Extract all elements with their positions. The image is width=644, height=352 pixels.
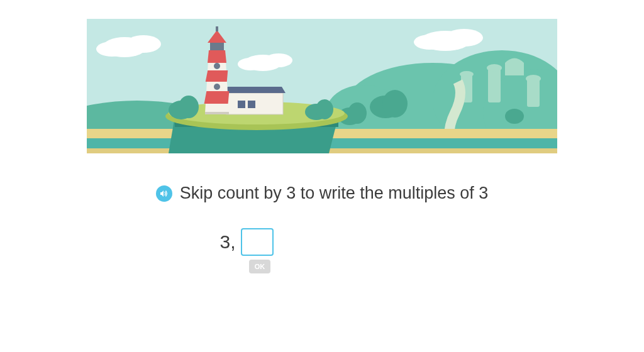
svg-point-32 <box>179 96 199 118</box>
landscape-svg <box>87 19 557 153</box>
svg-point-2 <box>126 35 161 53</box>
svg-point-3 <box>96 41 128 57</box>
ok-button[interactable]: OK <box>249 260 270 273</box>
svg-point-17 <box>460 71 474 77</box>
question-row: Skip count by 3 to write the multiples o… <box>87 184 557 203</box>
svg-rect-18 <box>527 79 540 107</box>
question-area: Skip count by 3 to write the multiples o… <box>87 184 557 273</box>
svg-point-15 <box>487 64 502 72</box>
question-text: Skip count by 3 to write the multiples o… <box>180 184 489 203</box>
svg-point-5 <box>265 53 292 67</box>
svg-rect-14 <box>488 68 501 102</box>
answer-input[interactable] <box>241 228 274 256</box>
svg-point-34 <box>316 99 333 119</box>
svg-point-9 <box>414 35 445 50</box>
illustration-scene <box>87 19 557 153</box>
svg-rect-42 <box>216 26 218 31</box>
svg-point-21 <box>382 90 408 118</box>
svg-point-24 <box>505 109 524 124</box>
given-number: 3, <box>219 231 235 253</box>
svg-rect-41 <box>210 43 224 50</box>
speaker-icon <box>159 189 169 199</box>
audio-button[interactable] <box>156 185 172 202</box>
svg-point-40 <box>214 84 220 90</box>
svg-point-19 <box>526 75 541 82</box>
svg-point-8 <box>445 29 483 47</box>
svg-point-23 <box>348 102 367 124</box>
svg-point-39 <box>214 63 220 69</box>
svg-rect-37 <box>238 101 245 108</box>
answer-row: 3, <box>219 228 273 256</box>
svg-point-6 <box>238 58 263 70</box>
svg-rect-38 <box>248 101 255 108</box>
answer-area: 3, OK <box>87 228 557 273</box>
